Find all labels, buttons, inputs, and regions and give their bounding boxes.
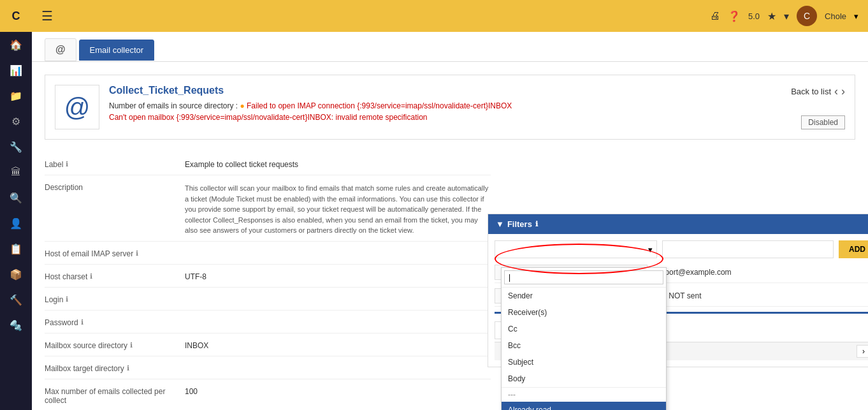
nav-next-icon[interactable]: › (841, 85, 845, 98)
sidebar-item-files[interactable]: 📁 (0, 83, 32, 108)
sidebar-item-wrench[interactable]: 🔩 (0, 312, 32, 338)
dropdown-item-already-read[interactable]: Already read (502, 402, 666, 410)
field-value-imap (185, 247, 491, 259)
sidebar-item-tools[interactable]: 🔧 (0, 134, 32, 159)
field-label-login: Login ℹ (45, 293, 185, 305)
filter-icon: ▼ (496, 219, 504, 229)
field-label-max-emails: Max number of emails collected per colle… (45, 384, 185, 405)
sidebar: C 🏠 📊 📁 ⚙ 🔧 🏛 🔍 👤 📋 📦 🔨 🔩 (0, 0, 32, 410)
info-icon-label: ℹ (66, 160, 68, 168)
sidebar-item-list[interactable]: 📋 (0, 236, 32, 261)
form-table: Label ℹ Example to collect ticket reques… (45, 152, 491, 410)
form-row-mailbox-source: Mailbox source directory ℹ INBOX (45, 333, 491, 356)
error-line1: Failed to open IMAP connection {:993/ser… (247, 101, 512, 110)
form-row-login: Login ℹ (45, 288, 491, 311)
dropdown-list: Sender Receiver(s) Cc Bcc Subject Body -… (502, 288, 666, 410)
form-row-imap-host: Host of email IMAP server ℹ (45, 242, 491, 265)
collector-icon-box: @ (55, 85, 99, 129)
collector-status-line: Number of emails in source directory : ●… (109, 100, 512, 112)
disabled-badge: Disabled (801, 115, 845, 129)
info-icon-login: ℹ (66, 295, 68, 304)
avatar[interactable]: C (797, 6, 817, 26)
dropdown-item-subject[interactable]: Subject (502, 354, 666, 370)
dropdown-item-sender[interactable]: Sender (502, 288, 666, 304)
field-label-mailbox-target: Mailbox target directory ℹ (45, 362, 185, 374)
filters-panel: ▼ Filters ℹ ▾ (488, 214, 868, 367)
filters-info-icon: ℹ (535, 220, 538, 228)
info-icon-password: ℹ (81, 318, 83, 326)
dropdown-search (502, 268, 666, 288)
dropdown-item-bcc[interactable]: Bcc (502, 337, 666, 354)
field-label-label: Label ℹ (45, 157, 185, 170)
hamburger-button[interactable]: ☰ (41, 8, 53, 24)
user-dropdown-icon[interactable]: ▾ (854, 11, 858, 21)
collector-info: Collect_Ticket_Requets Number of emails … (109, 85, 512, 123)
at-icon: @ (64, 93, 90, 122)
info-icon-mailbox-target: ℹ (127, 364, 129, 372)
tab-at[interactable]: @ (45, 38, 76, 61)
chevron-down-icon[interactable]: ▾ (784, 10, 789, 22)
star-icon[interactable]: ★ (767, 10, 776, 22)
label-emails: Number of emails in source directory : (109, 101, 238, 110)
sidebar-item-build[interactable]: 🔨 (0, 287, 32, 312)
dropdown-separator: --- (502, 387, 666, 402)
content-area: @ Email collector @ Collect_Ticket_Reque… (32, 32, 868, 410)
collector-header: @ Collect_Ticket_Requets Number of email… (45, 75, 855, 140)
sidebar-item-search[interactable]: 🔍 (0, 185, 32, 210)
sidebar-item-packages[interactable]: 📦 (0, 261, 32, 287)
sidebar-item-bank[interactable]: 🏛 (0, 159, 32, 185)
field-value-mailbox-source: INBOX (185, 339, 491, 351)
sidebar-item-users[interactable]: 👤 (0, 210, 32, 236)
pagination-next-button[interactable]: › (857, 345, 868, 358)
field-value-password (185, 316, 491, 328)
sidebar-item-settings[interactable]: ⚙ (0, 108, 32, 134)
error-line2: Can't open mailbox {:993/service=imap/ss… (109, 112, 512, 123)
help-icon[interactable]: ❓ (728, 10, 741, 22)
info-icon-charset: ℹ (90, 272, 92, 281)
logo-icon: C (12, 10, 20, 23)
filter-dropdown: Sender Receiver(s) Cc Bcc Subject Body -… (501, 267, 667, 410)
page-content: @ Collect_Ticket_Requets Number of email… (32, 62, 868, 410)
filters-header: ▼ Filters ℹ (488, 214, 868, 234)
form-row-label: Label ℹ Example to collect ticket reques… (45, 152, 491, 175)
filter-type-caret: ▾ (648, 245, 653, 254)
back-to-list-label[interactable]: Back to list (791, 87, 831, 96)
filter-value-input[interactable] (662, 240, 834, 258)
form-row-description: Description This collector will scan you… (45, 175, 491, 242)
field-label-imap: Host of email IMAP server ℹ (45, 247, 185, 259)
field-value-max-emails: 100 (185, 384, 491, 405)
sidebar-item-dashboard[interactable]: 📊 (0, 57, 32, 83)
form-row-password: Password ℹ (45, 311, 491, 333)
sidebar-item-home[interactable]: 🏠 (0, 32, 32, 57)
rating-display: 5.0 (748, 11, 760, 21)
username[interactable]: Chole (825, 11, 846, 21)
filter-value-2: mail NOT sent (653, 291, 862, 300)
form-row-mailbox-target: Mailbox target directory ℹ (45, 356, 491, 379)
field-label-password: Password ℹ (45, 316, 185, 328)
field-label-mailbox-source: Mailbox source directory ℹ (45, 339, 185, 351)
info-icon-mailbox-source: ℹ (130, 341, 133, 349)
filter-add-row: ▾ Sender Receiver(s) Cc (495, 240, 868, 258)
tab-email-collector[interactable]: Email collector (79, 40, 155, 61)
field-value-charset: UTF-8 (185, 270, 491, 282)
dropdown-item-receivers[interactable]: Receiver(s) (502, 304, 666, 321)
rating-value: 5.0 (748, 11, 760, 21)
sidebar-logo[interactable]: C (0, 0, 32, 32)
topbar-left: ☰ (41, 8, 53, 24)
filter-type-selector[interactable]: ▾ (495, 240, 657, 258)
back-to-list-nav: Back to list ‹ › (791, 85, 845, 98)
nav-prev-icon[interactable]: ‹ (834, 85, 838, 98)
dropdown-item-body[interactable]: Body (502, 370, 666, 387)
field-label-charset: Host charset ℹ (45, 270, 185, 282)
field-value-description: This collector will scan your mailbox to… (185, 180, 491, 236)
filters-title: Filters (507, 219, 532, 229)
error-dot: ● (240, 101, 244, 110)
dropdown-item-cc[interactable]: Cc (502, 321, 666, 337)
add-filter-button[interactable]: ADD (839, 240, 868, 258)
topbar: ☰ 🖨 ❓ 5.0 ★ ▾ C Chole ▾ (32, 0, 868, 32)
filters-content: ▾ Sender Receiver(s) Cc (488, 234, 868, 367)
print-icon[interactable]: 🖨 (710, 10, 720, 22)
field-value-login (185, 293, 491, 305)
dropdown-search-input[interactable] (504, 270, 663, 284)
collector-title: Collect_Ticket_Requets (109, 85, 512, 96)
